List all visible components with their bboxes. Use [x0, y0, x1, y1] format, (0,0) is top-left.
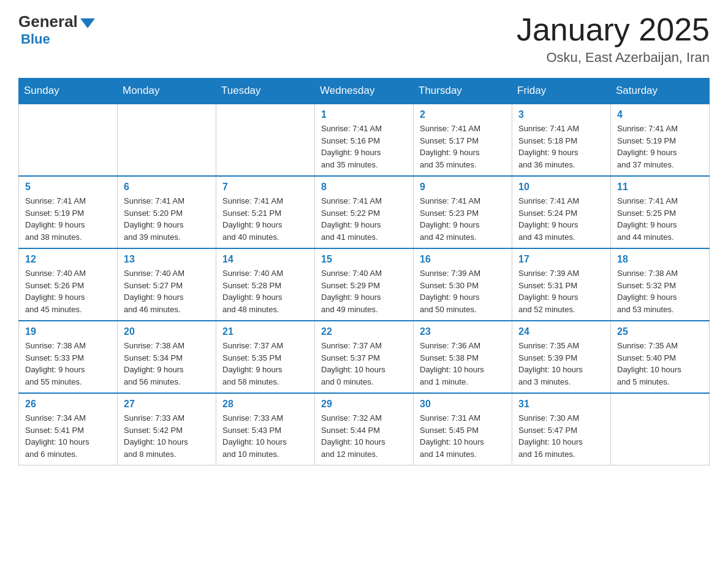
calendar-cell: 27Sunrise: 7:33 AM Sunset: 5:42 PM Dayli… — [118, 393, 216, 465]
logo-blue-text: Blue — [21, 31, 50, 47]
calendar-cell: 15Sunrise: 7:40 AM Sunset: 5:29 PM Dayli… — [315, 248, 414, 321]
day-number: 19 — [25, 326, 111, 337]
calendar-cell — [611, 393, 710, 465]
day-info: Sunrise: 7:33 AM Sunset: 5:43 PM Dayligh… — [222, 412, 308, 460]
day-info: Sunrise: 7:38 AM Sunset: 5:33 PM Dayligh… — [25, 340, 111, 388]
day-info: Sunrise: 7:34 AM Sunset: 5:41 PM Dayligh… — [25, 412, 111, 460]
day-info: Sunrise: 7:31 AM Sunset: 5:45 PM Dayligh… — [420, 412, 506, 460]
calendar-cell: 9Sunrise: 7:41 AM Sunset: 5:23 PM Daylig… — [414, 176, 512, 248]
day-header-thursday: Thursday — [414, 79, 512, 104]
calendar-cell — [19, 104, 118, 176]
calendar-cell: 10Sunrise: 7:41 AM Sunset: 5:24 PM Dayli… — [512, 176, 611, 248]
calendar-cell: 31Sunrise: 7:30 AM Sunset: 5:47 PM Dayli… — [512, 393, 611, 465]
day-info: Sunrise: 7:32 AM Sunset: 5:44 PM Dayligh… — [321, 412, 407, 460]
day-header-sunday: Sunday — [19, 79, 118, 104]
day-header-monday: Monday — [118, 79, 216, 104]
day-number: 18 — [617, 254, 703, 265]
week-row-1: 1Sunrise: 7:41 AM Sunset: 5:16 PM Daylig… — [19, 104, 710, 176]
day-info: Sunrise: 7:41 AM Sunset: 5:19 PM Dayligh… — [25, 195, 111, 243]
day-info: Sunrise: 7:30 AM Sunset: 5:47 PM Dayligh… — [518, 412, 604, 460]
day-number: 5 — [25, 182, 111, 193]
day-header-wednesday: Wednesday — [315, 79, 414, 104]
day-number: 21 — [222, 326, 308, 337]
day-info: Sunrise: 7:33 AM Sunset: 5:42 PM Dayligh… — [124, 412, 210, 460]
day-info: Sunrise: 7:39 AM Sunset: 5:31 PM Dayligh… — [518, 267, 604, 315]
day-number: 15 — [321, 254, 407, 265]
calendar-cell: 4Sunrise: 7:41 AM Sunset: 5:19 PM Daylig… — [611, 104, 710, 176]
day-number: 31 — [518, 399, 604, 410]
calendar-cell: 21Sunrise: 7:37 AM Sunset: 5:35 PM Dayli… — [216, 321, 315, 393]
day-number: 9 — [420, 182, 506, 193]
day-info: Sunrise: 7:41 AM Sunset: 5:25 PM Dayligh… — [617, 195, 703, 243]
day-number: 13 — [124, 254, 210, 265]
day-number: 23 — [420, 326, 506, 337]
week-row-2: 5Sunrise: 7:41 AM Sunset: 5:19 PM Daylig… — [19, 176, 710, 248]
day-number: 24 — [518, 326, 604, 337]
logo-general-text: General — [18, 12, 78, 31]
day-info: Sunrise: 7:40 AM Sunset: 5:28 PM Dayligh… — [222, 267, 308, 315]
day-number: 27 — [124, 399, 210, 410]
calendar-cell: 16Sunrise: 7:39 AM Sunset: 5:30 PM Dayli… — [414, 248, 512, 321]
calendar-cell: 18Sunrise: 7:38 AM Sunset: 5:32 PM Dayli… — [611, 248, 710, 321]
day-info: Sunrise: 7:41 AM Sunset: 5:22 PM Dayligh… — [321, 195, 407, 243]
calendar-cell: 19Sunrise: 7:38 AM Sunset: 5:33 PM Dayli… — [19, 321, 118, 393]
day-info: Sunrise: 7:35 AM Sunset: 5:40 PM Dayligh… — [617, 340, 703, 388]
calendar-cell — [118, 104, 216, 176]
day-number: 12 — [25, 254, 111, 265]
day-number: 3 — [518, 109, 604, 120]
day-number: 25 — [617, 326, 703, 337]
day-info: Sunrise: 7:41 AM Sunset: 5:21 PM Dayligh… — [222, 195, 308, 243]
days-of-week-row: SundayMondayTuesdayWednesdayThursdayFrid… — [19, 79, 710, 104]
calendar-title: January 2025 — [517, 12, 710, 47]
calendar-subtitle: Osku, East Azerbaijan, Iran — [517, 50, 710, 66]
calendar-cell: 28Sunrise: 7:33 AM Sunset: 5:43 PM Dayli… — [216, 393, 315, 465]
calendar-cell: 25Sunrise: 7:35 AM Sunset: 5:40 PM Dayli… — [611, 321, 710, 393]
day-info: Sunrise: 7:41 AM Sunset: 5:19 PM Dayligh… — [617, 123, 703, 170]
week-row-4: 19Sunrise: 7:38 AM Sunset: 5:33 PM Dayli… — [19, 321, 710, 393]
day-number: 20 — [124, 326, 210, 337]
page-header: General Blue January 2025 Osku, East Aze… — [18, 12, 710, 66]
calendar-cell: 1Sunrise: 7:41 AM Sunset: 5:16 PM Daylig… — [315, 104, 414, 176]
day-number: 22 — [321, 326, 407, 337]
calendar-cell — [216, 104, 315, 176]
day-info: Sunrise: 7:39 AM Sunset: 5:30 PM Dayligh… — [420, 267, 506, 315]
day-header-friday: Friday — [512, 79, 611, 104]
day-info: Sunrise: 7:38 AM Sunset: 5:34 PM Dayligh… — [124, 340, 210, 388]
day-info: Sunrise: 7:41 AM Sunset: 5:16 PM Dayligh… — [321, 123, 407, 170]
day-header-saturday: Saturday — [611, 79, 710, 104]
day-number: 26 — [25, 399, 111, 410]
day-number: 7 — [222, 182, 308, 193]
calendar-cell: 7Sunrise: 7:41 AM Sunset: 5:21 PM Daylig… — [216, 176, 315, 248]
day-info: Sunrise: 7:41 AM Sunset: 5:18 PM Dayligh… — [518, 123, 604, 170]
day-info: Sunrise: 7:38 AM Sunset: 5:32 PM Dayligh… — [617, 267, 703, 315]
day-number: 30 — [420, 399, 506, 410]
day-info: Sunrise: 7:40 AM Sunset: 5:27 PM Dayligh… — [124, 267, 210, 315]
day-number: 4 — [617, 109, 703, 120]
calendar-cell: 13Sunrise: 7:40 AM Sunset: 5:27 PM Dayli… — [118, 248, 216, 321]
calendar-cell: 3Sunrise: 7:41 AM Sunset: 5:18 PM Daylig… — [512, 104, 611, 176]
calendar-cell: 30Sunrise: 7:31 AM Sunset: 5:45 PM Dayli… — [414, 393, 512, 465]
logo-arrow-icon — [80, 18, 95, 28]
day-info: Sunrise: 7:41 AM Sunset: 5:20 PM Dayligh… — [124, 195, 210, 243]
week-row-5: 26Sunrise: 7:34 AM Sunset: 5:41 PM Dayli… — [19, 393, 710, 465]
calendar-cell: 29Sunrise: 7:32 AM Sunset: 5:44 PM Dayli… — [315, 393, 414, 465]
calendar-table: SundayMondayTuesdayWednesdayThursdayFrid… — [18, 78, 710, 465]
calendar-body: 1Sunrise: 7:41 AM Sunset: 5:16 PM Daylig… — [19, 104, 710, 465]
calendar-cell: 23Sunrise: 7:36 AM Sunset: 5:38 PM Dayli… — [414, 321, 512, 393]
day-info: Sunrise: 7:41 AM Sunset: 5:17 PM Dayligh… — [420, 123, 506, 170]
calendar-cell: 8Sunrise: 7:41 AM Sunset: 5:22 PM Daylig… — [315, 176, 414, 248]
day-number: 29 — [321, 399, 407, 410]
week-row-3: 12Sunrise: 7:40 AM Sunset: 5:26 PM Dayli… — [19, 248, 710, 321]
calendar-cell: 6Sunrise: 7:41 AM Sunset: 5:20 PM Daylig… — [118, 176, 216, 248]
day-info: Sunrise: 7:40 AM Sunset: 5:29 PM Dayligh… — [321, 267, 407, 315]
day-number: 1 — [321, 109, 407, 120]
calendar-cell: 14Sunrise: 7:40 AM Sunset: 5:28 PM Dayli… — [216, 248, 315, 321]
day-info: Sunrise: 7:40 AM Sunset: 5:26 PM Dayligh… — [25, 267, 111, 315]
day-number: 14 — [222, 254, 308, 265]
day-number: 8 — [321, 182, 407, 193]
day-info: Sunrise: 7:37 AM Sunset: 5:37 PM Dayligh… — [321, 340, 407, 388]
calendar-cell: 22Sunrise: 7:37 AM Sunset: 5:37 PM Dayli… — [315, 321, 414, 393]
day-header-tuesday: Tuesday — [216, 79, 315, 104]
calendar-cell: 11Sunrise: 7:41 AM Sunset: 5:25 PM Dayli… — [611, 176, 710, 248]
day-number: 28 — [222, 399, 308, 410]
